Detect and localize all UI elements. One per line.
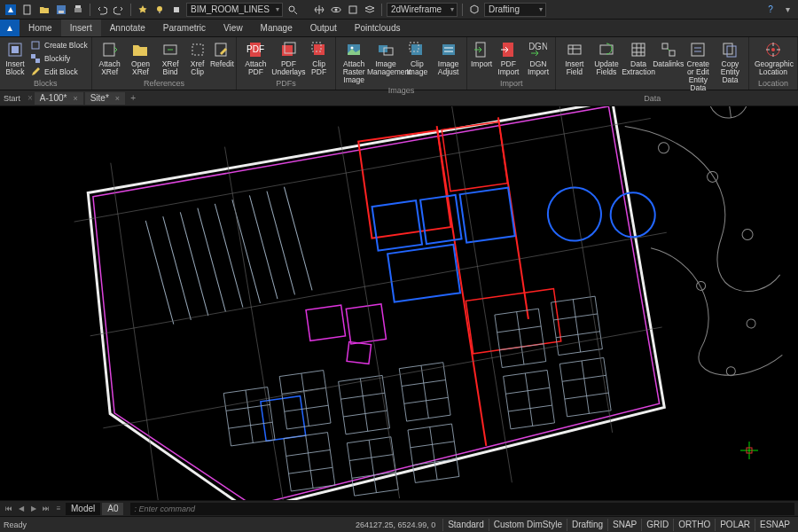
redo-icon[interactable] — [112, 3, 126, 17]
layers-icon[interactable] — [363, 3, 377, 17]
create-block-button[interactable]: Create Block — [29, 39, 88, 51]
open-xref-button[interactable]: Open XRef — [127, 39, 155, 77]
start-tab[interactable]: Start — [4, 94, 20, 103]
status-ortho[interactable]: ORTHO — [673, 519, 715, 531]
status-drafting[interactable]: Drafting — [567, 519, 607, 531]
image-mgmt-button[interactable]: Image Management — [372, 39, 401, 77]
import-button[interactable]: Import — [471, 39, 492, 69]
add-tab-button[interactable]: + — [127, 92, 139, 105]
xref-bind-button[interactable]: XRef Bind — [157, 39, 183, 77]
tab-output[interactable]: Output — [301, 20, 346, 36]
app-logo-icon[interactable] — [4, 3, 18, 17]
svg-line-85 — [369, 440, 376, 492]
svg-line-97 — [517, 312, 524, 364]
orbit-icon[interactable] — [329, 3, 343, 17]
attach-xref-button[interactable]: Attach XRef — [96, 39, 124, 77]
status-standard[interactable]: Standard — [442, 519, 489, 531]
status-dimstyle[interactable]: Custom DimStyle — [489, 519, 567, 531]
svg-rect-41 — [662, 43, 668, 49]
image-adjust-button[interactable]: Image Adjust — [434, 39, 463, 77]
datalinks-button[interactable]: Datalinks — [656, 39, 681, 69]
layout-tab-model[interactable]: Model — [66, 503, 100, 515]
status-grid[interactable]: GRID — [641, 519, 673, 531]
view-icon[interactable] — [346, 3, 360, 17]
next-layout-icon[interactable]: ▶ — [28, 504, 39, 514]
blockify-button[interactable]: Blockify — [29, 52, 88, 65]
update-fields-button[interactable]: Update Fields — [591, 39, 621, 77]
status-snap[interactable]: SNAP — [607, 519, 641, 531]
tab-manage[interactable]: Manage — [252, 20, 301, 36]
status-polar[interactable]: POLAR — [715, 519, 755, 531]
clip-pdf-button[interactable]: Clip PDF — [306, 39, 331, 77]
close-icon[interactable]: × — [115, 94, 120, 103]
doc-tab[interactable]: Site*× — [85, 92, 125, 105]
svg-line-77 — [306, 435, 313, 488]
print-icon[interactable] — [71, 3, 85, 17]
layouts-list-icon[interactable]: ≡ — [53, 504, 64, 514]
edit-block-button[interactable]: Edit Block — [29, 66, 88, 78]
svg-point-116 — [746, 318, 755, 328]
svg-line-59 — [145, 219, 174, 326]
tab-pointclouds[interactable]: Pointclouds — [346, 20, 410, 36]
prev-layout-icon[interactable]: ◀ — [16, 504, 27, 514]
pdf-import-button[interactable]: PDF Import — [495, 39, 522, 77]
block-icon — [5, 40, 25, 59]
xref-clip-button[interactable]: Xref Clip — [186, 39, 209, 77]
bind-icon — [160, 40, 180, 59]
cube-icon[interactable] — [467, 3, 481, 17]
undo-icon[interactable] — [95, 3, 109, 17]
cube-icon — [29, 39, 42, 51]
attach-icon — [100, 40, 120, 59]
last-layout-icon[interactable]: ⏭ — [41, 504, 51, 514]
imgc-icon — [407, 40, 426, 59]
data-extraction-button[interactable]: Data Extraction — [623, 39, 653, 77]
help-icon[interactable]: ? — [763, 3, 778, 17]
svg-point-113 — [707, 171, 719, 184]
search-icon[interactable] — [286, 3, 300, 17]
insert-field-button[interactable]: Insert Field — [559, 39, 589, 77]
new-icon[interactable] — [20, 3, 35, 17]
tab-annotate[interactable]: Annotate — [101, 20, 154, 36]
svg-rect-5 — [75, 5, 81, 8]
svg-line-128 — [725, 106, 731, 118]
pan-icon[interactable] — [312, 3, 326, 17]
svg-line-73 — [301, 373, 309, 426]
pdf-underlays-button[interactable]: PDF Underlays — [273, 39, 303, 77]
svg-text:DGN: DGN — [529, 42, 547, 51]
visual-style-combo[interactable]: 2dWireframe — [387, 3, 458, 17]
edc-icon — [720, 40, 739, 59]
open-icon[interactable] — [37, 3, 51, 17]
tab-insert[interactable]: Insert — [61, 20, 101, 36]
panel-title: Images — [340, 86, 463, 95]
edit-icon — [212, 40, 231, 59]
status-esnap[interactable]: ESNAP — [755, 519, 794, 531]
tab-view[interactable]: View — [215, 20, 252, 36]
tab-parametric[interactable]: Parametric — [154, 20, 215, 36]
refedit-button[interactable]: Refedit — [211, 39, 232, 69]
workspace-combo[interactable]: Drafting — [484, 3, 546, 17]
star-icon[interactable] — [136, 3, 150, 17]
svg-rect-52 — [420, 195, 462, 244]
publish-icon[interactable] — [169, 3, 184, 17]
dgn-import-button[interactable]: DGNDGN Import — [525, 39, 552, 77]
layout-tab[interactable]: A0 — [102, 503, 123, 515]
bulb-icon[interactable] — [153, 3, 167, 17]
clip-image-button[interactable]: Clip Image — [403, 39, 431, 77]
tab-home[interactable]: Home — [20, 20, 61, 36]
doc-tab[interactable]: A-100*× — [35, 92, 83, 105]
entity-data-button[interactable]: Create or Edit Entity Data — [684, 39, 713, 93]
save-icon[interactable] — [54, 3, 68, 17]
app-menu-button[interactable] — [0, 20, 20, 36]
command-line[interactable]: : Enter command — [130, 503, 794, 515]
first-layout-icon[interactable]: ⏮ — [4, 504, 14, 514]
attach-pdf-button[interactable]: PDFAttach PDF — [240, 39, 270, 77]
attach-raster-button[interactable]: Attach Raster Image — [340, 39, 369, 85]
copy-entity-data-button[interactable]: Copy Entity Data — [716, 39, 745, 85]
imgm-icon — [376, 40, 395, 59]
close-icon[interactable]: × — [73, 94, 77, 103]
filename-combo[interactable]: BIM_ROOM_LINES — [186, 3, 283, 17]
drawing-canvas[interactable] — [0, 106, 798, 500]
insert-block-button[interactable]: Insert Block — [4, 39, 27, 77]
geo-location-button[interactable]: Geographic Location — [753, 39, 794, 77]
dropdown-icon[interactable]: ▾ — [780, 3, 794, 17]
